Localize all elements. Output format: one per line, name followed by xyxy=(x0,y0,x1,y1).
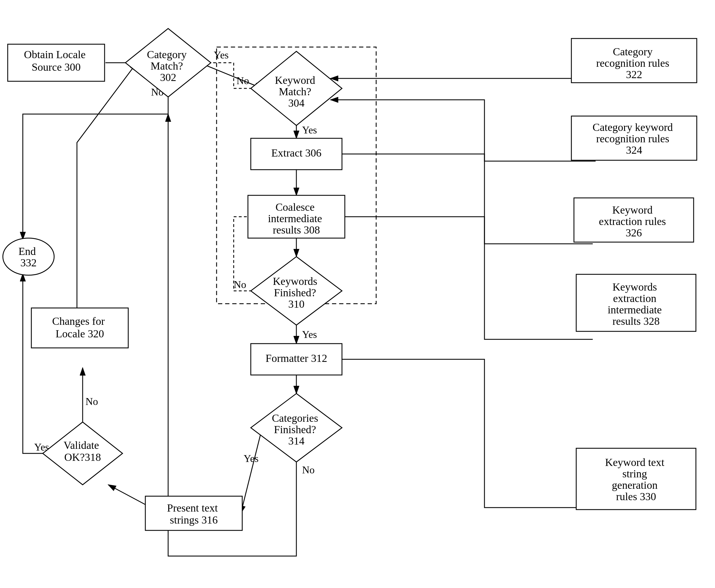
label-yes2: Yes xyxy=(302,124,317,136)
end-label: End 332 xyxy=(19,245,39,269)
arrow-kwextrec-to-extract xyxy=(333,154,593,244)
arrow-validate-yes xyxy=(23,274,51,454)
arrow-catfinished-yes xyxy=(241,428,262,513)
arrow-catmatch-yes xyxy=(199,63,262,88)
label-yes4: Yes xyxy=(244,453,258,464)
label-no2: No xyxy=(237,75,249,86)
present-text-label: Present text strings 316 xyxy=(167,502,221,526)
arrow-catmatch-no xyxy=(23,86,168,239)
arrow-catkwrec-to-kwmatch xyxy=(330,100,595,161)
coalesce-label: Coalesce intermediate results 308 xyxy=(268,201,325,236)
keywords-intermediate-label: Keywords extraction intermediate results… xyxy=(608,281,664,327)
label-no3: No xyxy=(234,279,246,290)
label-no4: No xyxy=(302,464,315,476)
arrow-catfinished-no-loop xyxy=(168,114,296,556)
formatter-label: Formatter 312 xyxy=(266,352,327,364)
label-no5: No xyxy=(86,396,98,407)
arrow-changes-back xyxy=(77,63,137,328)
label-yes1: Yes xyxy=(214,49,229,61)
arrow-kwtextrec-to-formatter xyxy=(333,359,595,508)
arrow-kwint-to-coalesce xyxy=(333,217,593,339)
label-yes3: Yes xyxy=(302,329,317,340)
extract-label: Extract 306 xyxy=(271,147,322,159)
validate-ok-label: Validate OK?318 xyxy=(64,439,102,463)
